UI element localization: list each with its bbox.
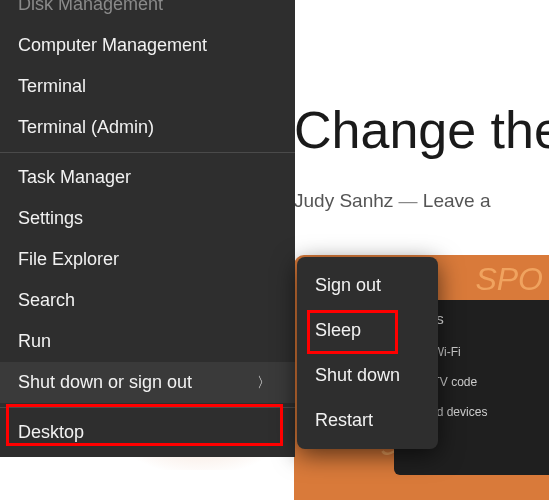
menu-item-file-explorer[interactable]: File Explorer <box>0 239 295 280</box>
menu-item-label: Terminal (Admin) <box>18 117 154 138</box>
menu-item-run[interactable]: Run <box>0 321 295 362</box>
submenu-item-restart[interactable]: Restart <box>297 398 438 443</box>
menu-item-label: Task Manager <box>18 167 131 188</box>
menu-item-label: Run <box>18 331 51 352</box>
menu-item-label: Settings <box>18 208 83 229</box>
menu-item-search[interactable]: Search <box>0 280 295 321</box>
winx-menu: Disk Management Computer Management Term… <box>0 0 295 457</box>
submenu-item-sleep[interactable]: Sleep <box>297 308 438 353</box>
menu-group: Disk Management Computer Management Term… <box>0 0 295 152</box>
submenu-item-shut-down[interactable]: Shut down <box>297 353 438 398</box>
shutdown-submenu: Sign out Sleep Shut down Restart <box>297 257 438 449</box>
menu-item-label: Shut down or sign out <box>18 372 192 393</box>
menu-item-label: File Explorer <box>18 249 119 270</box>
menu-item-label: Computer Management <box>18 35 207 56</box>
menu-item-terminal[interactable]: Terminal <box>0 66 295 107</box>
menu-item-settings[interactable]: Settings <box>0 198 295 239</box>
leave-comment-link: Leave a <box>423 190 491 211</box>
menu-item-task-manager[interactable]: Task Manager <box>0 157 295 198</box>
menu-item-label: Disk Management <box>18 0 163 15</box>
menu-item-label: Terminal <box>18 76 86 97</box>
article-title: Change the <box>294 100 549 160</box>
author-name: Judy Sanhz <box>294 190 393 211</box>
decorative-text: SPO <box>475 261 543 298</box>
menu-item-computer-management[interactable]: Computer Management <box>0 25 295 66</box>
menu-item-desktop[interactable]: Desktop <box>0 412 295 453</box>
menu-group: Task Manager Settings File Explorer Sear… <box>0 152 295 407</box>
submenu-item-sign-out[interactable]: Sign out <box>297 263 438 308</box>
menu-item-label: Desktop <box>18 422 84 443</box>
menu-item-disk-management[interactable]: Disk Management <box>0 0 295 25</box>
article-byline: Judy Sanhz — Leave a <box>294 190 490 212</box>
menu-item-label: Search <box>18 290 75 311</box>
byline-separator: — <box>399 190 418 211</box>
menu-group: Desktop <box>0 407 295 457</box>
menu-item-terminal-admin[interactable]: Terminal (Admin) <box>0 107 295 148</box>
menu-item-shutdown-signout[interactable]: Shut down or sign out 〉 <box>0 362 295 403</box>
chevron-right-icon: 〉 <box>257 374 271 392</box>
